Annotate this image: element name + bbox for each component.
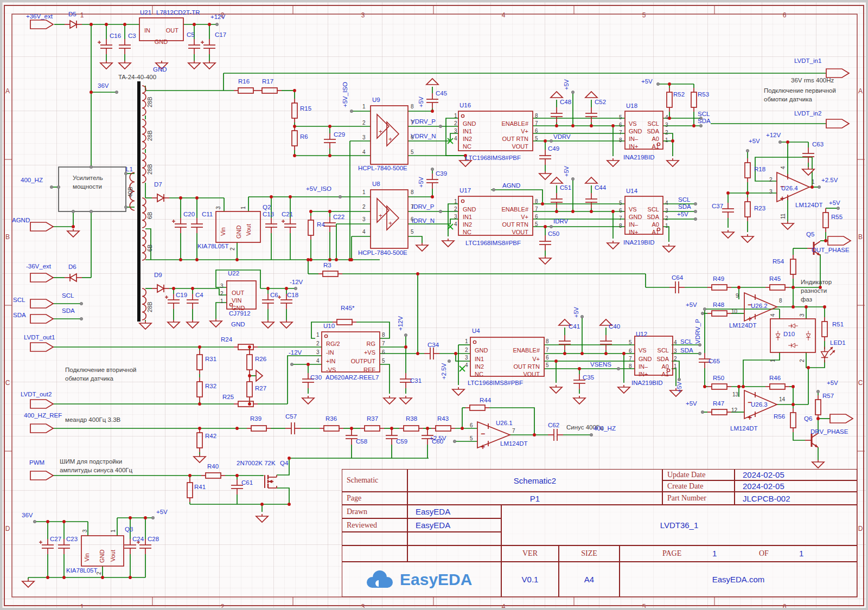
net-port-dot[interactable] <box>778 140 781 143</box>
schematic-text[interactable]: C5 <box>187 31 195 38</box>
schematic-text[interactable]: HCPL-7840-500E <box>358 165 407 171</box>
schematic-text[interactable]: +12V <box>766 132 781 138</box>
schematic-text[interactable]: C22 <box>333 214 344 220</box>
port-flag--36V_ext[interactable] <box>30 273 53 282</box>
schematic-text[interactable]: IN– <box>639 363 648 370</box>
schematic-text[interactable]: IN1 <box>475 356 484 362</box>
schematic-text[interactable]: + <box>379 212 382 220</box>
ground-symbol[interactable] <box>459 160 471 166</box>
schematic-text[interactable]: 3 <box>220 283 224 289</box>
power-flag[interactable] <box>551 177 563 183</box>
schematic-text[interactable]: AGND <box>502 182 520 189</box>
port-flag-LVDT_out1[interactable] <box>30 343 53 351</box>
schematic-text[interactable]: R53 <box>698 91 709 98</box>
schematic-text[interactable]: 2 <box>769 177 773 183</box>
schematic-text[interactable]: LM124DT <box>795 202 823 208</box>
schematic-text[interactable]: SDA <box>647 214 659 220</box>
schematic-text[interactable]: GND <box>463 206 476 213</box>
schematic-text[interactable]: B <box>5 233 10 241</box>
schematic-text[interactable]: R39 <box>250 415 261 422</box>
schematic-text[interactable]: Q6 <box>804 415 812 422</box>
led[interactable] <box>821 347 828 363</box>
schematic-text[interactable]: 5 <box>535 221 538 227</box>
schematic-text[interactable]: IDRV_P <box>412 203 435 210</box>
schematic-text[interactable]: +12V <box>397 316 404 331</box>
schematic-text[interactable]: A0 <box>652 136 659 142</box>
schematic-text[interactable]: 2 <box>316 341 320 346</box>
schematic-text[interactable]: V+ <box>521 128 528 134</box>
wire[interactable] <box>408 236 422 243</box>
schematic-text[interactable]: C57 <box>285 413 297 420</box>
resistor[interactable] <box>470 405 485 410</box>
resistor[interactable] <box>712 285 727 290</box>
schematic-text[interactable]: SDA <box>698 118 711 124</box>
power-flag[interactable] <box>426 79 438 85</box>
schematic-text[interactable]: C58 <box>356 438 367 445</box>
net-port-dot[interactable] <box>703 307 706 310</box>
schematic-text[interactable]: LVDT_in1 <box>794 57 821 64</box>
schematic-text[interactable]: амплитуды синуса 400Гц <box>60 467 132 473</box>
schematic-text[interactable]: IN– <box>629 221 639 228</box>
schematic-text[interactable]: D5 <box>68 11 76 17</box>
net-port-dot[interactable] <box>215 23 218 25</box>
resistor[interactable] <box>197 355 202 370</box>
net-port-dot[interactable] <box>699 124 702 127</box>
schematic-text[interactable]: PWM <box>29 459 44 466</box>
schematic-text[interactable]: A0 <box>652 221 659 228</box>
schematic-text[interactable]: U9 <box>372 97 380 103</box>
schematic-text[interactable]: -12V <box>290 279 303 285</box>
schematic-text[interactable]: VS <box>629 120 637 127</box>
schematic-text[interactable]: C31 <box>410 377 422 384</box>
schematic-text[interactable]: U17 <box>459 187 471 194</box>
schematic-text[interactable]: 28В <box>146 301 153 312</box>
ground-symbol[interactable] <box>22 581 34 587</box>
schematic-text[interactable]: R38 <box>406 415 417 422</box>
schematic-text[interactable]: 5 <box>535 136 538 142</box>
schematic-text[interactable]: C11 <box>202 211 213 217</box>
wire[interactable] <box>380 364 390 394</box>
schematic-text[interactable]: SDA <box>656 356 669 362</box>
schematic-text[interactable]: C37 <box>712 203 723 209</box>
schematic-text[interactable]: D6 <box>68 264 76 270</box>
schematic-text[interactable]: 7 <box>512 428 515 434</box>
ground-symbol[interactable] <box>256 516 268 522</box>
schematic-text[interactable]: GND <box>463 120 476 127</box>
schematic-text[interactable]: 6В <box>146 245 153 252</box>
schematic-text[interactable]: 4 <box>454 221 457 227</box>
schematic-text[interactable]: C20 <box>183 211 195 217</box>
schematic-text[interactable]: D9 <box>154 272 162 278</box>
schematic-text[interactable]: 7 <box>629 356 632 362</box>
wire[interactable] <box>456 354 470 361</box>
schematic-text[interactable]: A <box>5 87 10 95</box>
schematic-text[interactable]: VDRV_N <box>411 133 436 139</box>
power-flag[interactable] <box>551 92 563 98</box>
port-flag-AGND[interactable] <box>30 222 53 231</box>
schematic-text[interactable]: R31 <box>205 356 216 362</box>
schematic-text[interactable]: R44 <box>480 397 492 403</box>
schematic-text[interactable]: C59 <box>396 438 407 445</box>
schematic-text[interactable]: 3 <box>361 603 365 608</box>
schematic-text[interactable]: U14 <box>626 188 638 194</box>
ground-symbol[interactable] <box>100 63 112 69</box>
resistor[interactable] <box>790 259 796 274</box>
schematic-text[interactable]: 8 <box>411 189 414 195</box>
schematic-text[interactable]: R51 <box>832 321 844 328</box>
ground-symbol[interactable] <box>742 236 754 242</box>
schematic-text[interactable]: 6 <box>470 422 473 428</box>
schematic-text[interactable]: 6 <box>411 216 414 222</box>
schematic-text[interactable]: R47 <box>713 400 724 407</box>
schematic-text[interactable]: U26.3 <box>751 401 768 408</box>
schematic-text[interactable]: R50 <box>713 375 724 381</box>
schematic-text[interactable]: R57 <box>822 393 834 399</box>
schematic-canvas[interactable]: 112233445566AABBCCDDINOUTGND++++GNDIN1IN… <box>2 2 866 608</box>
schematic-text[interactable]: 5 <box>629 339 632 345</box>
schematic-text[interactable]: Q4 <box>280 460 289 466</box>
ground-symbol[interactable] <box>210 321 222 327</box>
schematic-text[interactable]: V+ <box>521 214 528 220</box>
schematic-text[interactable]: +36V_ext <box>26 13 53 20</box>
schematic-text[interactable]: 6В <box>146 212 153 219</box>
net-port-dot[interactable] <box>33 520 36 523</box>
schematic-text[interactable]: -12V <box>289 349 302 356</box>
schematic-text[interactable]: NC <box>463 229 471 235</box>
schematic-text[interactable]: INA219BID <box>623 154 655 160</box>
